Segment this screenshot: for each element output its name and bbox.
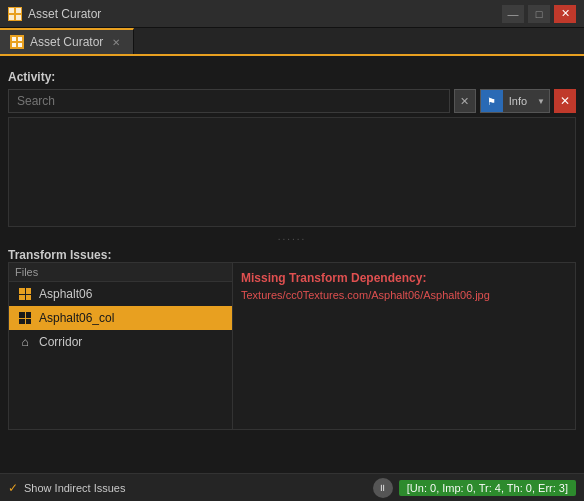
title-bar-left: Asset Curator xyxy=(8,7,101,21)
title-bar: Asset Curator — □ ✕ xyxy=(0,0,584,28)
transform-label: Transform Issues: xyxy=(8,248,111,262)
error-details-panel: Missing Transform Dependency: Textures/c… xyxy=(233,263,575,429)
svg-rect-2 xyxy=(9,15,14,20)
file-name-selected: Asphalt06_col xyxy=(39,311,114,325)
file-name: Asphalt06 xyxy=(39,287,92,301)
error-path: Textures/cc0Textures.com/Asphalt06/Aspha… xyxy=(241,289,567,301)
tab-icon xyxy=(10,35,24,49)
svg-rect-4 xyxy=(12,37,16,41)
check-icon: ✓ xyxy=(8,481,18,495)
tab-label: Asset Curator xyxy=(30,35,103,49)
app-icon xyxy=(8,7,22,21)
dropdown-arrow-icon: ▼ xyxy=(533,97,549,106)
svg-rect-6 xyxy=(12,43,16,47)
divider-dots: ...... xyxy=(8,229,576,244)
svg-rect-1 xyxy=(16,8,21,13)
tab-asset-curator[interactable]: Asset Curator ✕ xyxy=(0,28,134,54)
window-title: Asset Curator xyxy=(28,7,101,21)
status-badge: [Un: 0, Imp: 0, Tr: 4, Th: 0, Err: 3] xyxy=(399,480,576,496)
file-item-asphalt06-col[interactable]: Asphalt06_col xyxy=(9,306,232,330)
window-controls: — □ ✕ xyxy=(502,5,576,23)
close-window-button[interactable]: ✕ xyxy=(554,5,576,23)
info-dropdown[interactable]: ⚑ Info ▼ xyxy=(480,89,550,113)
file-item-corridor[interactable]: ⌂ Corridor xyxy=(9,330,232,354)
activity-area xyxy=(8,117,576,227)
activity-label: Activity: xyxy=(8,70,55,84)
show-indirect-toggle[interactable]: ✓ Show Indirect Issues xyxy=(8,481,126,495)
search-input[interactable] xyxy=(8,89,450,113)
svg-rect-3 xyxy=(16,15,21,20)
panels-container: Files Asphalt06 xyxy=(8,262,576,430)
minimize-button[interactable]: — xyxy=(502,5,524,23)
tab-close-button[interactable]: ✕ xyxy=(109,35,123,49)
search-clear-button[interactable]: ✕ xyxy=(454,89,476,113)
info-flag: ⚑ xyxy=(481,90,503,112)
maximize-button[interactable]: □ xyxy=(528,5,550,23)
file-item-asphalt06[interactable]: Asphalt06 xyxy=(9,282,232,306)
files-panel: Files Asphalt06 xyxy=(9,263,233,429)
error-title: Missing Transform Dependency: xyxy=(241,271,567,285)
main-content: Activity: ✕ ⚑ Info ▼ ✕ ...... Transform … xyxy=(0,56,584,501)
show-indirect-label: Show Indirect Issues xyxy=(24,482,126,494)
bottom-bar: ✓ Show Indirect Issues ⏸ [Un: 0, Imp: 0,… xyxy=(0,473,584,501)
search-bar: ✕ ⚑ Info ▼ ✕ xyxy=(8,89,576,113)
file-icon-grid-selected xyxy=(17,310,33,326)
file-name-corridor: Corridor xyxy=(39,335,82,349)
info-close-button[interactable]: ✕ xyxy=(554,89,576,113)
svg-rect-0 xyxy=(9,8,14,13)
svg-rect-7 xyxy=(18,43,22,47)
svg-rect-5 xyxy=(18,37,22,41)
house-icon: ⌂ xyxy=(17,334,33,350)
file-icon-grid xyxy=(17,286,33,302)
flag-icon: ⚑ xyxy=(487,96,496,107)
info-dropdown-label: Info xyxy=(503,95,533,107)
pause-button[interactable]: ⏸ xyxy=(373,478,393,498)
files-panel-header: Files xyxy=(9,263,232,282)
bottom-right: ⏸ [Un: 0, Imp: 0, Tr: 4, Th: 0, Err: 3] xyxy=(373,478,576,498)
transform-section: Transform Issues: Files Asphal xyxy=(8,244,576,434)
tab-bar: Asset Curator ✕ xyxy=(0,28,584,56)
